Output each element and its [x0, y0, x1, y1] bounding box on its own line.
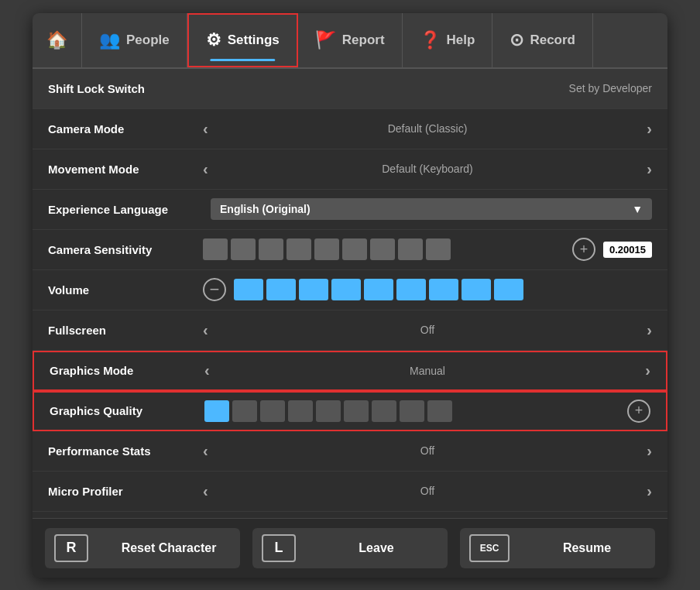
- row-fullscreen: Fullscreen ‹ Off ›: [33, 310, 667, 351]
- quality-plus-btn[interactable]: +: [627, 400, 650, 423]
- value-camera-sensitivity: + 0.20015: [203, 238, 652, 261]
- vol-block-1: [234, 279, 263, 300]
- qual-block-5: [316, 400, 341, 422]
- vol-block-5: [364, 279, 393, 300]
- text-camera-mode: Default (Classic): [216, 122, 640, 135]
- qual-block-6: [344, 400, 369, 422]
- nav-label-record: Record: [530, 33, 575, 48]
- reset-character-button[interactable]: R Reset Character: [45, 528, 240, 568]
- nav-label-people: People: [126, 33, 170, 48]
- leave-button[interactable]: L Leave: [252, 528, 448, 568]
- vol-block-9: [494, 279, 523, 300]
- reset-button-label: Reset Character: [98, 541, 240, 555]
- value-experience-language: English (Original) ▼: [203, 198, 652, 220]
- chevron-left-graphics-mode[interactable]: ‹: [204, 362, 210, 379]
- settings-body: Shift Lock Switch Set by Developer Camer…: [33, 69, 667, 518]
- sensitivity-value-box: 0.20015: [603, 242, 652, 258]
- row-graphics-mode: Graphics Mode ‹ Manual ›: [33, 351, 667, 391]
- vol-block-4: [331, 279, 361, 300]
- sens-block-3: [259, 238, 283, 260]
- nav-label-help: Help: [447, 33, 475, 48]
- nav-bar: 🏠 👥 People ⚙ Settings 🚩 Report ❓ Help ⊙ …: [33, 13, 667, 69]
- nav-item-record[interactable]: ⊙ Record: [492, 13, 593, 67]
- chevron-right-graphics-mode[interactable]: ›: [645, 362, 650, 379]
- dropdown-language-value: English (Original): [220, 203, 311, 215]
- sens-block-8: [398, 238, 423, 260]
- dropdown-arrow-icon: ▼: [632, 203, 643, 215]
- chevron-right-camera-mode[interactable]: ›: [647, 120, 652, 138]
- chevron-left-camera-mode[interactable]: ‹: [203, 120, 208, 138]
- label-performance-stats: Performance Stats: [48, 444, 203, 458]
- text-movement-mode: Default (Keyboard): [216, 163, 640, 175]
- settings-panel: 🏠 👥 People ⚙ Settings 🚩 Report ❓ Help ⊙ …: [33, 13, 667, 578]
- value-camera-mode: ‹ Default (Classic) ›: [203, 120, 652, 138]
- bottom-bar: R Reset Character L Leave ESC Resume: [33, 518, 667, 578]
- vol-block-6: [396, 279, 426, 300]
- chevron-right-fullscreen[interactable]: ›: [647, 321, 652, 339]
- row-volume: Volume −: [33, 270, 667, 310]
- dropdown-language[interactable]: English (Original) ▼: [211, 198, 652, 220]
- vol-block-7: [429, 279, 458, 300]
- chevron-left-micro-profiler[interactable]: ‹: [203, 482, 208, 500]
- qual-block-4: [288, 400, 313, 422]
- value-fullscreen: ‹ Off ›: [203, 321, 652, 339]
- row-movement-mode: Movement Mode ‹ Default (Keyboard) ›: [33, 149, 667, 190]
- row-camera-mode: Camera Mode ‹ Default (Classic) ›: [33, 109, 667, 149]
- nav-item-help[interactable]: ❓ Help: [403, 13, 493, 67]
- chevron-left-fullscreen[interactable]: ‹: [203, 321, 208, 339]
- text-micro-profiler: Off: [216, 485, 640, 497]
- nav-label-settings: Settings: [228, 33, 280, 48]
- qual-block-1: [204, 400, 229, 422]
- value-micro-profiler: ‹ Off ›: [203, 482, 652, 500]
- row-micro-profiler: Micro Profiler ‹ Off ›: [33, 472, 667, 512]
- value-graphics-quality: +: [204, 400, 650, 423]
- report-icon: 🚩: [315, 30, 336, 50]
- resume-button[interactable]: ESC Resume: [460, 528, 655, 568]
- chevron-right-performance[interactable]: ›: [647, 442, 652, 460]
- settings-icon: ⚙: [206, 30, 221, 50]
- sens-block-9: [426, 238, 451, 260]
- row-graphics-quality: Graphics Quality +: [33, 391, 667, 431]
- qual-block-2: [232, 400, 257, 422]
- row-shift-lock: Shift Lock Switch Set by Developer: [33, 69, 667, 109]
- chevron-right-movement-mode[interactable]: ›: [647, 160, 652, 178]
- text-shift-lock: Set by Developer: [569, 82, 652, 94]
- row-camera-sensitivity: Camera Sensitivity + 0.20015: [33, 230, 667, 270]
- sens-block-6: [342, 238, 367, 260]
- volume-minus-btn[interactable]: −: [203, 278, 226, 301]
- value-movement-mode: ‹ Default (Keyboard) ›: [203, 160, 652, 178]
- label-volume: Volume: [48, 283, 203, 297]
- resume-button-label: Resume: [519, 541, 655, 555]
- quality-slider[interactable]: [204, 400, 619, 422]
- home-icon: 🏠: [46, 30, 67, 50]
- qual-block-7: [372, 400, 396, 422]
- sens-block-2: [231, 238, 256, 260]
- nav-item-home[interactable]: 🏠: [33, 13, 82, 67]
- label-movement-mode: Movement Mode: [48, 163, 203, 176]
- label-graphics-mode: Graphics Mode: [50, 364, 204, 377]
- leave-key-label: L: [262, 534, 296, 562]
- sens-block-7: [370, 238, 395, 260]
- label-shift-lock: Shift Lock Switch: [48, 82, 203, 95]
- label-fullscreen: Fullscreen: [48, 324, 203, 337]
- chevron-right-micro-profiler[interactable]: ›: [647, 482, 652, 500]
- resume-key-label: ESC: [469, 534, 510, 562]
- qual-block-8: [400, 400, 424, 422]
- vol-block-3: [299, 279, 328, 300]
- reset-key-label: R: [54, 534, 88, 562]
- row-experience-language: Experience Language English (Original) ▼: [33, 190, 667, 230]
- chevron-left-performance[interactable]: ‹: [203, 442, 208, 460]
- vol-block-8: [462, 279, 491, 300]
- value-graphics-mode: ‹ Manual ›: [204, 362, 650, 379]
- qual-block-3: [260, 400, 285, 422]
- label-graphics-quality: Graphics Quality: [50, 404, 204, 417]
- volume-slider[interactable]: [234, 279, 652, 300]
- sensitivity-slider[interactable]: [203, 238, 564, 260]
- nav-item-people[interactable]: 👥 People: [82, 13, 187, 67]
- nav-item-settings[interactable]: ⚙ Settings: [187, 13, 298, 67]
- nav-item-report[interactable]: 🚩 Report: [298, 13, 403, 67]
- sensitivity-plus-btn[interactable]: +: [572, 238, 595, 261]
- sens-block-5: [314, 238, 339, 260]
- chevron-left-movement-mode[interactable]: ‹: [203, 160, 208, 178]
- vol-block-2: [266, 279, 296, 300]
